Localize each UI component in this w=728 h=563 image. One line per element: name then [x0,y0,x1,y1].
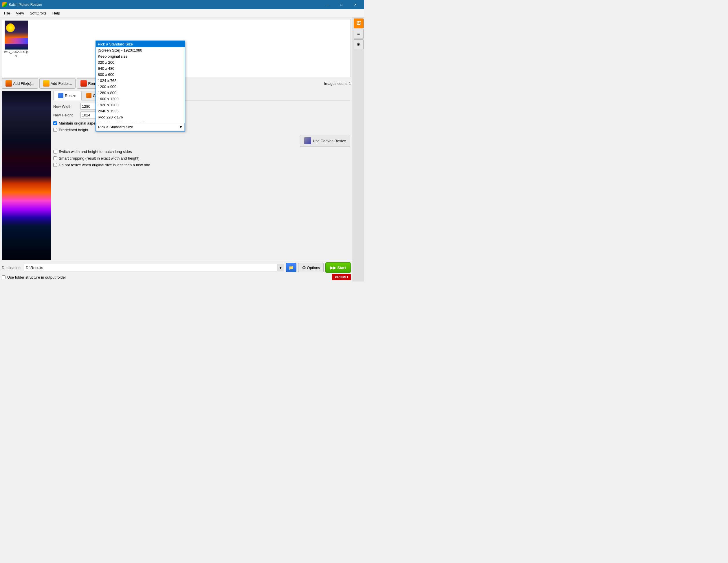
destination-input-wrapper: ▼ [24,264,284,271]
predefined-height-checkbox[interactable] [53,128,57,132]
close-button[interactable]: ✕ [349,0,362,9]
add-files-icon [5,80,12,87]
new-width-label: New Width [53,104,79,109]
smart-crop-row[interactable]: Smart cropping (result in exact width an… [53,156,350,160]
destination-row: Destination ▼ 📁 ⚙ Options ▶▶ Start [2,262,351,273]
sidebar-thumbnail-view-button[interactable]: 🖼 [354,19,364,28]
switch-wh-label: Switch width and height to match long si… [59,149,132,154]
smart-crop-checkbox[interactable] [53,156,57,160]
start-label: Start [337,265,346,270]
sidebar-list-view-button[interactable]: ≡ [354,29,364,39]
dropdown-item[interactable]: iPod 220 x 176 [96,114,185,120]
dropdown-item[interactable]: 640 x 480 [96,65,185,71]
destination-dropdown-button[interactable]: ▼ [277,264,284,271]
titlebar-left: Batch Picture Resizer [2,2,42,7]
dropdown-trigger-arrow: ▼ [179,125,183,129]
folder-structure-row[interactable]: Use folder structure in output folder [2,275,66,279]
images-count: Images count: 1 [324,81,351,86]
new-height-label: New Height [53,113,79,117]
no-resize-checkbox[interactable] [53,163,57,167]
sidebar-grid-view-button[interactable]: ⊞ [354,39,364,49]
resize-tab-label: Resize [65,93,76,98]
start-button[interactable]: ▶▶ Start [325,262,351,273]
preview-pane [2,91,51,260]
browse-button[interactable]: 📁 [286,263,296,272]
image-thumbnail[interactable]: IMG_2952-300.jpg [3,21,29,76]
standard-size-dropdown: Pick a Standard Size[Screen Size] - 1920… [96,41,185,131]
dropdown-item[interactable]: 1200 x 900 [96,84,185,90]
convert-tab-icon [86,93,91,98]
dropdown-item[interactable]: Keep original size [96,53,185,59]
menubar: File View SoftOrbits Help [0,9,364,17]
remove-selected-icon [80,80,87,87]
options-gear-icon: ⚙ [302,265,306,270]
canvas-resize-button[interactable]: Use Canvas Resize [300,135,350,147]
preview-image [2,91,51,260]
titlebar-controls: — □ ✕ [321,0,362,9]
no-resize-label: Do not resize when original size is less… [59,163,150,167]
switch-wh-row[interactable]: Switch width and height to match long si… [53,149,350,154]
no-resize-row[interactable]: Do not resize when original size is less… [53,163,350,167]
switch-wh-checkbox[interactable] [53,150,57,153]
resize-tab-icon [58,93,63,98]
right-sidebar: 🖼 ≡ ⊞ [353,17,364,282]
menu-help[interactable]: Help [49,10,63,16]
titlebar: Batch Picture Resizer — □ ✕ [0,0,364,9]
minimize-button[interactable]: — [321,0,334,9]
destination-label: Destination [2,265,22,270]
promo-button[interactable]: PROMO [332,274,351,280]
add-folder-icon [43,80,49,87]
menu-file[interactable]: File [1,10,13,16]
canvas-resize-icon [304,137,311,144]
maintain-ratio-checkbox[interactable] [53,121,57,125]
add-files-button[interactable]: Add File(s)... [2,78,38,89]
dropdown-trigger-label: Pick a Standard Size [98,125,133,129]
folder-structure-label: Use folder structure in output folder [7,275,66,279]
bottom-bar: Destination ▼ 📁 ⚙ Options ▶▶ Start [0,261,353,282]
dropdown-item[interactable]: 320 x 200 [96,59,185,65]
smart-crop-label: Smart cropping (result in exact width an… [59,156,140,160]
menu-softorbits[interactable]: SoftOrbits [27,10,49,16]
browse-icon: 📁 [289,265,294,270]
add-folder-label: Add Folder... [51,81,72,86]
tab-resize[interactable]: Resize [53,91,81,100]
dropdown-item[interactable]: 1024 x 768 [96,78,185,84]
thumb-label: IMG_2952-300.jpg [3,50,29,57]
dropdown-item[interactable]: [Screen Size] - 1920x1080 [96,47,185,53]
menu-view[interactable]: View [13,10,27,16]
dropdown-item[interactable]: iPod Classic/Nano 320 x 240 [96,120,185,122]
maximize-button[interactable]: □ [335,0,348,9]
options-label: Options [307,265,320,270]
canvas-resize-label: Use Canvas Resize [313,139,346,143]
options-button[interactable]: ⚙ Options [298,263,324,272]
add-files-label: Add File(s)... [13,81,34,86]
dropdown-list[interactable]: Pick a Standard Size[Screen Size] - 1920… [96,41,185,122]
destination-input[interactable] [24,264,277,271]
predefined-height-label: Predefined height [59,128,88,132]
dropdown-item[interactable]: 1920 x 1200 [96,102,185,108]
dropdown-trigger[interactable]: Pick a Standard Size ▼ [96,123,185,131]
app-icon [2,2,7,7]
thumb-preview-image [5,21,28,49]
dropdown-item[interactable]: 1600 x 1200 [96,96,185,102]
dropdown-item[interactable]: Pick a Standard Size [96,41,185,47]
dropdown-item[interactable]: 1280 x 800 [96,90,185,96]
add-folder-button[interactable]: Add Folder... [39,78,76,89]
bottom-controls: Use folder structure in output folder PR… [2,274,351,280]
folder-structure-checkbox[interactable] [2,275,5,279]
dropdown-item[interactable]: 2048 x 1536 [96,108,185,114]
dropdown-item[interactable]: 800 x 600 [96,71,185,78]
app-title: Batch Picture Resizer [9,3,42,7]
start-icon: ▶▶ [330,265,336,270]
